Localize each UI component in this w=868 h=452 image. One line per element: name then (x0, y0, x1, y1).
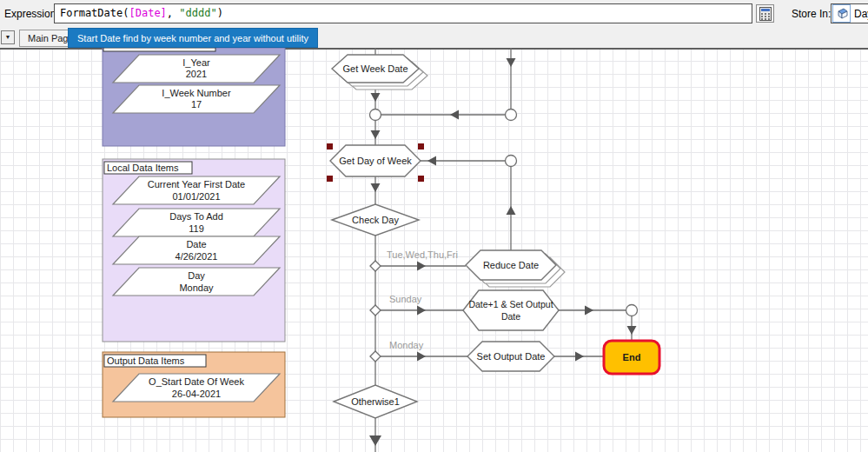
svg-text:Date+1 & Set Output: Date+1 & Set Output (468, 299, 553, 309)
svg-text:119: 119 (189, 223, 204, 234)
output-block-label: Output Data Items (104, 355, 206, 367)
decision-otherwise[interactable]: Otherwise1 (334, 385, 417, 418)
data-item[interactable]: I_Week Number 17 (113, 85, 280, 113)
data-item[interactable]: I_Year 2021 (113, 55, 280, 83)
tab-dropdown-button[interactable]: ▼ (1, 30, 15, 44)
svg-text:17: 17 (191, 99, 202, 110)
svg-text:Days To Add: Days To Add (169, 211, 223, 222)
input-block-label-clipped (103, 48, 215, 51)
expression-editor-button[interactable] (756, 4, 774, 23)
local-block-label: Local Data Items (104, 162, 192, 174)
svg-text:O_Start Date Of Week: O_Start Date Of Week (149, 376, 244, 387)
svg-text:Get Day of Week: Get Day of Week (339, 156, 412, 166)
expression-close: ) (217, 7, 223, 19)
svg-text:01/01/2021: 01/01/2021 (172, 191, 220, 202)
branch-label-tue-fri: Tue,Wed,Thu,Fri (387, 249, 458, 260)
data-item[interactable]: Day Monday (113, 268, 280, 296)
svg-text:I_Week Number: I_Week Number (162, 88, 231, 98)
decision-check-day[interactable]: Check Day (332, 204, 419, 236)
data-item[interactable]: Date 4/26/2021 (113, 236, 280, 264)
action-set-output-date[interactable]: Set Output Date (467, 342, 554, 371)
expression-string: "dddd" (179, 7, 216, 19)
expression-data-item: [Date] (129, 7, 166, 19)
data-item-eraser-icon (832, 4, 851, 23)
store-in-field[interactable]: Day (831, 3, 868, 23)
end-node[interactable]: End (604, 341, 659, 374)
store-in-label: Store In: (792, 8, 831, 20)
expression-function: FormatDate( (60, 7, 129, 19)
data-item[interactable]: Current Year First Date 01/01/2021 (113, 176, 280, 204)
data-item[interactable]: O_Start Date Of Week 26-04-2021 (113, 374, 280, 402)
svg-text:Otherwise1: Otherwise1 (351, 396, 400, 407)
input-data-block[interactable]: I_Year 2021 I_Week Number 17 (103, 48, 285, 146)
svg-text:Day: Day (188, 270, 205, 281)
local-data-block[interactable]: Local Data Items Current Year First Date… (103, 159, 285, 342)
svg-text:End: End (623, 352, 641, 362)
svg-text:4/26/2021: 4/26/2021 (176, 251, 218, 262)
page-ref-get-week-date[interactable]: Get Week Date (332, 55, 427, 90)
output-data-block[interactable]: Output Data Items O_Start Date Of Week 2… (103, 352, 285, 417)
process-studio-window: Expression: FormatDate([Date], "dddd") S… (0, 0, 868, 452)
page-tab-bar: ▼ Main Page Start Date find by week numb… (0, 28, 868, 48)
page-ref-reduce-date[interactable]: Reduce Date (466, 250, 565, 287)
svg-text:Date: Date (501, 311, 520, 322)
svg-text:2021: 2021 (186, 69, 207, 79)
svg-text:Current Year First Date: Current Year First Date (148, 179, 246, 189)
svg-text:Output Data Items: Output Data Items (107, 356, 185, 366)
expression-separator: , (167, 7, 179, 19)
action-get-day-of-week[interactable]: Get Day of Week (330, 145, 421, 176)
action-date-plus1-set-output-date[interactable]: Date+1 & Set Output Date (463, 290, 559, 330)
process-diagram-canvas[interactable]: I_Year 2021 I_Week Number 17 Local Data … (0, 48, 868, 452)
svg-text:Check Day: Check Day (352, 215, 399, 225)
calculator-icon (759, 7, 772, 21)
store-in-value: Day (854, 8, 868, 20)
data-item[interactable]: Days To Add 119 (113, 209, 280, 236)
svg-text:Monday: Monday (179, 282, 214, 293)
branch-label-monday: Monday (389, 340, 424, 350)
expression-input[interactable]: FormatDate([Date], "dddd") (54, 3, 752, 23)
svg-text:Date: Date (186, 239, 206, 249)
tab-start-date-page[interactable]: Start Date find by week number and year … (68, 28, 318, 48)
branch-label-sunday: Sunday (389, 294, 422, 304)
svg-text:Local Data Items: Local Data Items (107, 163, 179, 173)
svg-text:Reduce Date: Reduce Date (483, 260, 539, 270)
expression-label: Expression: (4, 8, 59, 20)
svg-text:I_Year: I_Year (182, 57, 210, 68)
svg-text:Get Week Date: Get Week Date (343, 63, 408, 74)
svg-text:26-04-2021: 26-04-2021 (172, 389, 221, 399)
svg-text:Set Output Date: Set Output Date (477, 351, 546, 362)
